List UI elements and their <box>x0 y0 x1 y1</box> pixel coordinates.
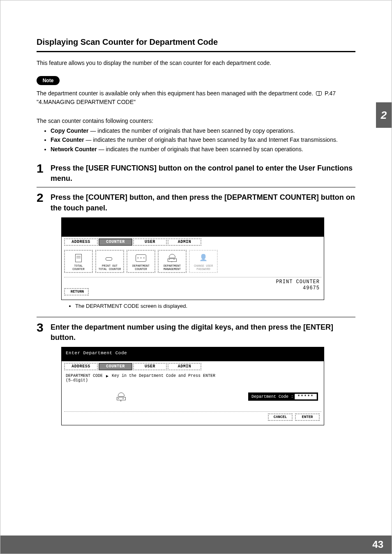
cell-department-counter[interactable]: DEPARTMENT COUNTER <box>127 250 155 273</box>
code-mask: ***** <box>295 394 317 399</box>
document-icon <box>75 254 82 262</box>
keypad-icon: * * * <box>166 254 178 262</box>
print-counter-readout: PRINT COUNTER 49675 <box>276 279 320 292</box>
panel-footer: RETURN PRINT COUNTER 49675 <box>62 277 324 300</box>
user-icon: 👤 <box>199 255 208 261</box>
step-1: 1 Press the [USER FUNCTIONS] button on t… <box>37 162 355 184</box>
tab-counter[interactable]: COUNTER <box>99 238 132 246</box>
return-button[interactable]: RETURN <box>64 288 89 295</box>
tab-address[interactable]: ADDRESS <box>64 238 98 246</box>
intro-paragraph: This feature allows you to display the n… <box>37 59 355 67</box>
tab-counter-2[interactable]: COUNTER <box>99 363 132 370</box>
cell-total-counter[interactable]: TOTAL COUNTER <box>64 250 93 273</box>
step-2-sub-1: The DEPARTMENT CODE screen is displayed. <box>75 302 355 310</box>
tab-user-2[interactable]: USER <box>133 363 167 370</box>
heading-rule <box>37 51 355 52</box>
page-footer: 43 <box>0 536 392 554</box>
step-rule-2 <box>37 317 355 317</box>
tab-address-2[interactable]: ADDRESS <box>64 363 98 370</box>
counters-list: Copy Counter — indicates the number of o… <box>37 127 355 153</box>
counter-item-fax: Fax Counter — indicates the number of or… <box>51 136 355 144</box>
panel2-hint: DEPARTMENT CODE (5-digit) ▶ Key in the D… <box>62 372 324 384</box>
page-frame: Displaying Scan Counter for Department C… <box>0 0 392 554</box>
hint-label: DEPARTMENT CODE (5-digit) <box>66 374 103 383</box>
dept-input-area: x x x Department Code : ***** <box>62 384 324 411</box>
touch-panel-enter-code-screen: Enter Department Code ADDRESS COUNTER US… <box>61 347 324 425</box>
step-2-text: Press the [COUNTER] button, and then pre… <box>51 192 355 213</box>
tab-admin[interactable]: ADMIN <box>168 238 201 246</box>
cell-change-user-password: 👤 CHANGE USER PASSWORD <box>189 250 218 273</box>
page-number: 43 <box>372 539 383 550</box>
panel2-tabs: ADDRESS COUNTER USER ADMIN <box>62 361 324 372</box>
content-area: Displaying Scan Counter for Department C… <box>37 37 355 425</box>
panel-black-strip <box>62 218 324 237</box>
section-heading: Displaying Scan Counter for Department C… <box>37 37 355 47</box>
department-code-field[interactable]: Department Code : ***** <box>248 392 318 401</box>
panel2-title: Enter Department Code <box>62 347 324 361</box>
step-3-text: Enter the department number using the di… <box>51 321 355 343</box>
cell-print-out-total[interactable]: PRINT OUT TOTAL COUNTER <box>95 250 124 273</box>
arrow-icon: ▶ <box>106 374 108 383</box>
touch-panel-counter-screen: ADDRESS COUNTER USER ADMIN TOTAL COUNTER… <box>61 217 324 300</box>
tab-admin-2[interactable]: ADMIN <box>168 363 201 370</box>
step-3: 3 Enter the department number using the … <box>37 321 355 343</box>
book-icon <box>316 91 322 96</box>
note-badge: Note <box>37 76 60 85</box>
tab-user[interactable]: USER <box>133 238 167 246</box>
step-2-number: 2 <box>37 192 51 213</box>
panel-cells: TOTAL COUNTER PRINT OUT TOTAL COUNTER DE… <box>62 247 324 277</box>
step-1-text: Press the [USER FUNCTIONS] button on the… <box>51 162 355 184</box>
note-text: The department counter is available only… <box>37 89 355 106</box>
step-2: 2 Press the [COUNTER] button, and then p… <box>37 192 355 213</box>
chapter-tab: 2 <box>376 102 392 128</box>
cancel-button[interactable]: CANCEL <box>268 413 293 421</box>
note-text-main: The department counter is available only… <box>37 90 313 97</box>
counter-item-copy: Copy Counter — indicates the number of o… <box>51 127 355 135</box>
field-label: Department Code : <box>251 395 293 399</box>
step-2-substeps: The DEPARTMENT CODE screen is displayed. <box>61 302 355 310</box>
printer-icon <box>105 254 115 262</box>
hint-text: Key in the Department Code and Press ENT… <box>112 374 215 383</box>
panel-tabs: ADDRESS COUNTER USER ADMIN <box>62 237 324 247</box>
step-3-number: 3 <box>37 321 51 343</box>
panel2-footer: CANCEL ENTER <box>62 412 324 425</box>
enter-button[interactable]: ENTER <box>295 413 320 421</box>
cell-department-management[interactable]: * * * DEPARTMENT MANAGEMENT <box>158 250 187 273</box>
keypad-glyph: x x x <box>111 391 131 402</box>
counter-item-network: Network Counter — indicates the number o… <box>51 145 355 153</box>
counters-lead: The scan counter contains following coun… <box>37 117 355 125</box>
keypad-list-icon <box>136 254 146 262</box>
step-1-number: 1 <box>37 162 51 184</box>
step-rule-1 <box>37 187 355 187</box>
